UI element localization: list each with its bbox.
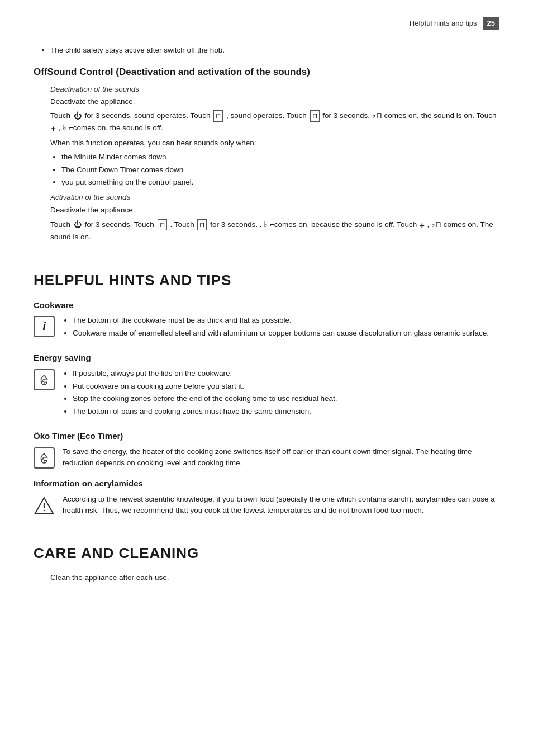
intro-section: The child safety stays active after swit… bbox=[34, 44, 499, 56]
intro-bullet: The child safety stays active after swit… bbox=[50, 44, 499, 56]
plus-icon-2: + bbox=[420, 219, 425, 231]
energy-saving-icon-row: If possible, always put the lids on the … bbox=[34, 368, 499, 422]
deactivation-label: Deactivation of the sounds bbox=[34, 84, 499, 95]
info-icon: i bbox=[34, 316, 55, 337]
deactivation-text2: When this function operates, you can hea… bbox=[34, 138, 499, 149]
acrylamides-body: According to the newest scientific knowl… bbox=[63, 494, 499, 517]
energy-saving-content: If possible, always put the lids on the … bbox=[63, 368, 499, 422]
care-cleaning-body: Clean the appliance after each use. bbox=[34, 572, 499, 584]
energy-bullet-1: If possible, always put the lids on the … bbox=[73, 368, 499, 380]
oko-timer-section: Öko Timer (Eco Timer) To save the energy… bbox=[34, 430, 499, 469]
page-header: Helpful hints and tips 25 bbox=[34, 17, 499, 34]
energy-bullet-4: The bottom of pans and cooking zones mus… bbox=[73, 406, 499, 418]
page-number: 25 bbox=[483, 17, 499, 30]
oko-timer-icon bbox=[34, 447, 55, 469]
offsound-bullet-3: you put something on the control panel. bbox=[61, 177, 499, 188]
energy-saving-heading: Energy saving bbox=[34, 352, 499, 365]
offsound-bullet-2: The Count Down Timer comes down bbox=[61, 164, 499, 176]
oko-timer-icon-row: To save the energy, the heater of the co… bbox=[34, 446, 499, 469]
offsound-bullet-1: the Minute Minder comes down bbox=[61, 152, 499, 163]
button-icon-3: ⊓ bbox=[158, 219, 167, 231]
acrylamides-section: Information on acrylamides According to … bbox=[34, 478, 499, 516]
acrylamides-icon-row: According to the newest scientific knowl… bbox=[34, 494, 499, 517]
cookware-bullet-2: Cookware made of enamelled steel and wit… bbox=[73, 328, 499, 339]
button-icon-4: ⊓ bbox=[197, 219, 207, 231]
cookware-content: The bottom of the cookware must be as th… bbox=[63, 315, 499, 343]
button-icon-1: ⊓ bbox=[213, 110, 223, 122]
deactivation-text: Touch ⏻ for 3 seconds, sound operates. T… bbox=[34, 110, 499, 135]
warning-icon bbox=[34, 495, 55, 516]
power-icon-1: ⏻ bbox=[74, 110, 82, 122]
button-icon-2: ⊓ bbox=[310, 110, 320, 122]
svg-point-4 bbox=[44, 509, 45, 511]
oko-timer-heading: Öko Timer (Eco Timer) bbox=[34, 430, 499, 443]
offsound-section: OffSound Control (Deactivation and activ… bbox=[34, 65, 499, 243]
activation-text: Touch ⏻ for 3 seconds. Touch ⊓ . Touch ⊓… bbox=[34, 219, 499, 243]
acrylamides-content: According to the newest scientific knowl… bbox=[63, 494, 499, 517]
acrylamides-heading: Information on acrylamides bbox=[34, 478, 499, 490]
care-cleaning-title: CARE AND CLEANING bbox=[34, 532, 499, 564]
plus-icon-1: + bbox=[51, 122, 56, 135]
energy-saving-section: Energy saving If possible, always put th… bbox=[34, 352, 499, 421]
offsound-bullets: the Minute Minder comes down The Count D… bbox=[34, 152, 499, 189]
energy-bullet-2: Put cookware on a cooking zone before yo… bbox=[73, 381, 499, 393]
cookware-section: Cookware i The bottom of the cookware mu… bbox=[34, 299, 499, 343]
oko-timer-body: To save the energy, the heater of the co… bbox=[63, 446, 499, 469]
deactivate-appliance: Deactivate the appliance. bbox=[34, 96, 499, 108]
activate-appliance: Deactivate the appliance. bbox=[34, 205, 499, 216]
helpful-hints-title: HELPFUL HINTS AND TIPS bbox=[34, 259, 499, 291]
energy-bullet-3: Stop the cooking zones before the end of… bbox=[73, 393, 499, 405]
oko-timer-content: To save the energy, the heater of the co… bbox=[63, 446, 499, 469]
cookware-heading: Cookware bbox=[34, 299, 499, 312]
activation-label: Activation of the sounds bbox=[34, 192, 499, 203]
cookware-bullets: The bottom of the cookware must be as th… bbox=[63, 315, 499, 339]
header-title: Helpful hints and tips bbox=[410, 18, 477, 29]
cookware-icon-row: i The bottom of the cookware must be as … bbox=[34, 315, 499, 343]
energy-saving-icon bbox=[34, 369, 55, 390]
offsound-heading: OffSound Control (Deactivation and activ… bbox=[34, 65, 499, 79]
cookware-bullet-1: The bottom of the cookware must be as th… bbox=[73, 315, 499, 327]
power-icon-2: ⏻ bbox=[74, 219, 82, 231]
energy-saving-bullets: If possible, always put the lids on the … bbox=[63, 368, 499, 418]
